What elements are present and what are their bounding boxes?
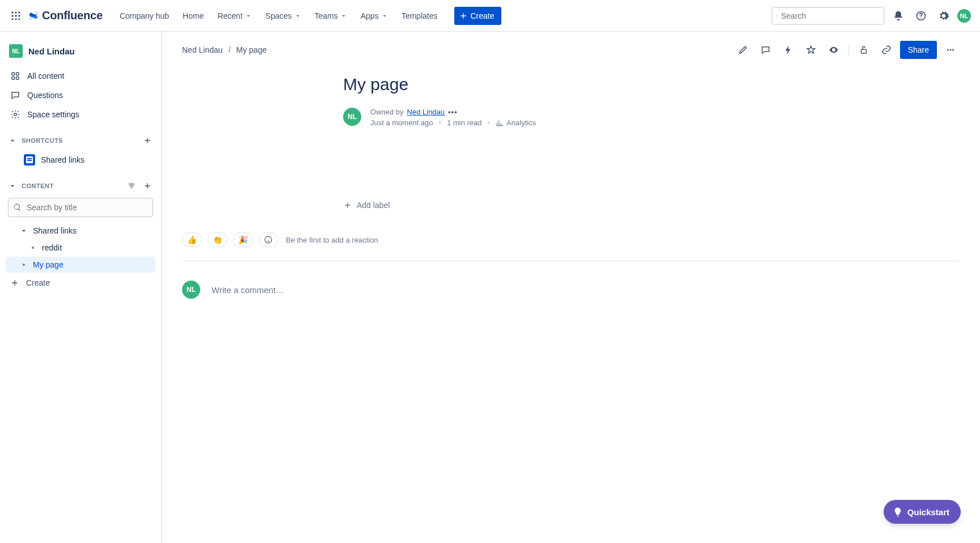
owned-by-prefix: Owned by — [370, 108, 404, 116]
svg-point-1 — [15, 11, 16, 13]
page-title: My page — [343, 75, 854, 94]
app-switcher-icon[interactable] — [9, 9, 23, 23]
nav-teams[interactable]: Teams — [309, 8, 353, 24]
add-label-button[interactable]: Add label — [343, 201, 854, 210]
shortcut-shared-links[interactable]: Shared links — [6, 151, 155, 169]
bullet-icon — [28, 243, 37, 252]
space-avatar: NL — [9, 44, 23, 58]
comment-composer[interactable]: NL Write a comment… — [182, 281, 960, 299]
reaction-thumbs-up[interactable]: 👍 — [182, 232, 202, 247]
divider — [182, 261, 960, 261]
chevron-down-icon[interactable] — [19, 226, 28, 235]
profile-avatar[interactable]: NL — [957, 9, 971, 23]
reaction-hint: Be the first to add a reaction — [286, 236, 378, 244]
svg-point-17 — [947, 49, 949, 51]
content-search-input[interactable] — [27, 203, 148, 212]
svg-point-5 — [18, 15, 20, 16]
quickstart-button[interactable]: Quickstart — [884, 500, 961, 524]
page-icon — [24, 154, 35, 166]
breadcrumb: Ned Lindau / My page — [182, 45, 267, 54]
create-button[interactable]: Create — [454, 7, 501, 25]
svg-point-2 — [18, 11, 20, 13]
star-button[interactable] — [802, 41, 820, 59]
eye-icon — [829, 45, 839, 55]
read-time: 1 min read — [447, 118, 481, 127]
chevron-down-icon — [381, 12, 388, 19]
nav-home[interactable]: Home — [177, 8, 209, 24]
comment-icon — [761, 45, 771, 55]
chevron-down-icon[interactable] — [8, 136, 17, 145]
help-button[interactable] — [912, 7, 930, 25]
pencil-icon — [738, 45, 748, 55]
sidebar-space-settings[interactable]: Space settings — [6, 105, 155, 124]
page-actions: Share — [734, 41, 960, 59]
comments-button[interactable] — [757, 41, 775, 59]
author-avatar[interactable]: NL — [343, 108, 361, 126]
dot-separator: • — [439, 118, 442, 127]
tree-label: reddit — [42, 243, 151, 252]
chevron-down-icon — [245, 12, 252, 19]
author-link[interactable]: Ned Lindau — [407, 108, 445, 116]
global-search[interactable] — [771, 7, 885, 25]
svg-rect-14 — [16, 77, 19, 80]
watch-button[interactable] — [825, 41, 843, 59]
edit-button[interactable] — [734, 41, 752, 59]
nav-templates-label: Templates — [402, 11, 438, 20]
analytics-link[interactable]: Analytics — [496, 118, 536, 127]
nav-spaces[interactable]: Spaces — [260, 8, 307, 24]
comment-placeholder[interactable]: Write a comment… — [212, 285, 284, 295]
lightbulb-icon — [893, 507, 903, 517]
space-header[interactable]: NL Ned Lindau — [6, 41, 155, 66]
sidebar-questions[interactable]: Questions — [6, 86, 155, 104]
global-search-input[interactable] — [781, 11, 880, 20]
chat-icon — [10, 90, 20, 100]
product-name: Confluence — [42, 9, 103, 22]
nav-templates[interactable]: Templates — [396, 8, 443, 24]
notifications-button[interactable] — [889, 7, 907, 25]
content-filter-button[interactable] — [126, 180, 137, 192]
reaction-party[interactable]: 🎉 — [233, 232, 253, 247]
sidebar-questions-label: Questions — [27, 91, 63, 100]
lock-open-icon — [859, 45, 869, 55]
content-add-button[interactable] — [142, 180, 153, 192]
copy-link-button[interactable] — [877, 41, 895, 59]
nav-apps-label: Apps — [361, 11, 379, 20]
add-shortcut-button[interactable] — [142, 135, 153, 146]
more-actions-button[interactable] — [941, 41, 960, 59]
byline-more-button[interactable]: ••• — [448, 108, 458, 116]
dot-separator: • — [488, 118, 491, 127]
nav-apps[interactable]: Apps — [355, 8, 394, 24]
top-nav: Confluence Company hub Home Recent Space… — [0, 0, 980, 32]
content-section-header: CONTENT — [6, 170, 155, 195]
tree-my-page[interactable]: My page — [6, 257, 155, 273]
shortcut-label: Shared links — [41, 155, 85, 164]
restrictions-button[interactable] — [855, 41, 873, 59]
svg-point-8 — [18, 18, 20, 20]
smiley-plus-icon — [264, 235, 273, 244]
content-search[interactable] — [8, 198, 153, 217]
automation-button[interactable] — [779, 41, 797, 59]
svg-rect-11 — [12, 73, 15, 75]
add-reaction-button[interactable] — [259, 232, 278, 247]
page-header-bar: Ned Lindau / My page — [162, 32, 980, 59]
sidebar-create[interactable]: Create — [6, 274, 155, 292]
settings-button[interactable] — [935, 7, 953, 25]
confluence-logo[interactable]: Confluence — [27, 9, 103, 22]
chevron-down-icon[interactable] — [8, 181, 17, 190]
tree-reddit[interactable]: reddit — [6, 240, 155, 256]
share-button[interactable]: Share — [900, 41, 937, 59]
nav-recent-label: Recent — [217, 11, 242, 20]
quickstart-label: Quickstart — [907, 507, 949, 517]
nav-company-hub[interactable]: Company hub — [114, 8, 175, 24]
svg-rect-12 — [16, 73, 19, 75]
tree-label: Shared links — [33, 226, 151, 235]
space-name: Ned Lindau — [28, 46, 75, 56]
sidebar-all-content[interactable]: All content — [6, 67, 155, 85]
breadcrumb-space[interactable]: Ned Lindau — [182, 45, 223, 54]
tree-shared-links[interactable]: Shared links — [6, 223, 155, 239]
plus-icon — [143, 181, 152, 190]
nav-recent[interactable]: Recent — [212, 8, 257, 24]
reaction-clap[interactable]: 👏 — [208, 232, 227, 247]
chevron-down-icon — [294, 12, 301, 19]
bullet-icon — [19, 260, 28, 269]
